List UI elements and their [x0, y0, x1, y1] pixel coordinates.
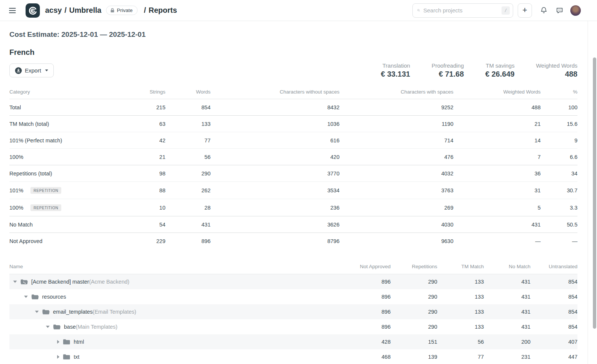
words-cell: 290: [165, 165, 211, 182]
folder-open-icon: [31, 294, 39, 300]
weighted-cell: —: [453, 233, 541, 249]
category-cell: TM Match (total): [9, 116, 107, 132]
notifications-button[interactable]: [540, 6, 548, 14]
lock-icon: [110, 8, 115, 13]
weighted-cell: 31: [453, 182, 541, 199]
file-name[interactable]: resources: [42, 294, 66, 300]
collapse-caret-icon[interactable]: [13, 281, 17, 283]
col-weighted-words: Weighted Words: [453, 82, 541, 99]
category-cell: 101% (Perfect match): [9, 132, 107, 149]
stat-proofreading: Proofreading € 71.68: [432, 62, 464, 79]
chat-bubble-icon: [556, 6, 564, 14]
tree-row-folder[interactable]: email_templates(Email Templates) 896 290…: [9, 304, 577, 319]
weighted-cell: 21: [453, 116, 541, 132]
category-label: 101%: [9, 187, 23, 193]
untranslated-cell: 407: [530, 334, 577, 349]
col-category: Category: [9, 82, 107, 99]
category-label: 100%: [9, 205, 23, 211]
category-cell: 100%: [9, 149, 107, 165]
strings-cell: 88: [107, 182, 165, 199]
file-name[interactable]: [Acme Backend] master: [31, 279, 89, 285]
tm-match-cell: 133: [437, 319, 484, 334]
percent-cell: 3.3: [541, 199, 577, 216]
stat-label: Weighted Words: [536, 62, 577, 69]
add-button[interactable]: +: [518, 3, 532, 18]
table-row: 100% REPETITION 10 28 236 269 5 3.3: [9, 199, 577, 216]
file-name[interactable]: email_templates: [53, 309, 93, 315]
collapse-caret-icon[interactable]: [46, 326, 50, 328]
tree-row-folder[interactable]: html 428 151 56 200 407: [9, 334, 577, 349]
not-approved-cell: 896: [344, 304, 391, 319]
folder-closed-icon: [63, 354, 70, 360]
file-name[interactable]: html: [74, 339, 84, 345]
app-logo[interactable]: [26, 3, 40, 18]
language-heading: French: [9, 48, 577, 57]
collapse-caret-icon[interactable]: [35, 311, 39, 313]
strings-cell: 215: [107, 99, 165, 116]
untranslated-cell: 854: [530, 304, 577, 319]
expand-caret-icon[interactable]: [57, 355, 59, 359]
untranslated-cell: 854: [530, 274, 577, 290]
scrollbar-track[interactable]: [588, 21, 597, 364]
collapse-caret-icon[interactable]: [24, 296, 28, 298]
percent-cell: 6.6: [541, 149, 577, 165]
tree-row-branch[interactable]: [Acme Backend] master(Acme Backend) 896 …: [9, 274, 577, 290]
privacy-badge: Private: [106, 6, 138, 15]
percent-cell: 100: [541, 99, 577, 116]
messages-button[interactable]: [556, 6, 564, 14]
search-box[interactable]: /: [412, 3, 513, 18]
tree-row-folder[interactable]: txt 468 139 77 231 447: [9, 349, 577, 364]
breadcrumb-project[interactable]: Umbrella: [69, 6, 102, 15]
words-cell: 28: [165, 199, 211, 216]
tree-row-folder[interactable]: resources 896 290 133 431 854: [9, 289, 577, 304]
table-row: Total 215 854 8432 9252 488 100: [9, 99, 577, 116]
search-shortcut-key: /: [502, 6, 510, 15]
no-match-cell: 200: [484, 334, 530, 349]
repetitions-cell: 290: [391, 319, 437, 334]
table-row: Not Approved 229 896 8796 9630 — —: [9, 233, 577, 249]
expand-caret-icon[interactable]: [57, 340, 59, 344]
no-match-cell: 431: [484, 289, 530, 304]
words-cell: 133: [165, 116, 211, 132]
percent-cell: 30.7: [541, 182, 577, 199]
not-approved-cell: 896: [344, 289, 391, 304]
search-input[interactable]: [423, 7, 498, 14]
privacy-badge-label: Private: [117, 8, 133, 13]
weighted-cell: 488: [453, 99, 541, 116]
chars-cell: 3770: [211, 165, 339, 182]
not-approved-cell: 896: [344, 319, 391, 334]
cost-estimate-table: Category Strings Words Characters withou…: [9, 82, 577, 249]
file-name[interactable]: txt: [74, 354, 79, 360]
words-cell: 431: [165, 216, 211, 233]
not-approved-cell: 468: [344, 349, 391, 364]
hamburger-menu-icon[interactable]: [9, 6, 18, 15]
chars-cell: 3626: [211, 216, 339, 233]
strings-cell: 54: [107, 216, 165, 233]
stat-tm-savings: TM savings € 26.649: [485, 62, 515, 79]
chars-cell: 8796: [211, 233, 339, 249]
strings-cell: 21: [107, 149, 165, 165]
category-cell: Total: [9, 99, 107, 116]
col-no-match: No Match: [484, 258, 530, 274]
user-avatar[interactable]: [570, 5, 581, 16]
strings-cell: 10: [107, 199, 165, 216]
words-cell: 56: [165, 149, 211, 165]
chars-cell: 3763: [339, 182, 453, 199]
breadcrumb-org[interactable]: acsy: [45, 6, 62, 15]
col-tm-match: TM Match: [437, 258, 484, 274]
chars-cell: 714: [339, 132, 453, 149]
export-button[interactable]: Export: [9, 63, 54, 77]
not-approved-cell: 896: [344, 274, 391, 290]
scrollbar-thumb[interactable]: [593, 57, 596, 329]
folder-branch-icon: [20, 279, 28, 285]
untranslated-cell: 854: [530, 319, 577, 334]
file-title: (Email Templates): [93, 309, 136, 315]
repetitions-cell: 139: [391, 349, 437, 364]
export-button-label: Export: [25, 67, 41, 74]
tree-row-folder[interactable]: base(Main Templates) 896 290 133 431 854: [9, 319, 577, 334]
chars-cell: 1190: [339, 116, 453, 132]
file-name[interactable]: base: [64, 324, 76, 330]
repetitions-cell: 290: [391, 289, 437, 304]
words-cell: 77: [165, 132, 211, 149]
tm-match-cell: 133: [437, 289, 484, 304]
